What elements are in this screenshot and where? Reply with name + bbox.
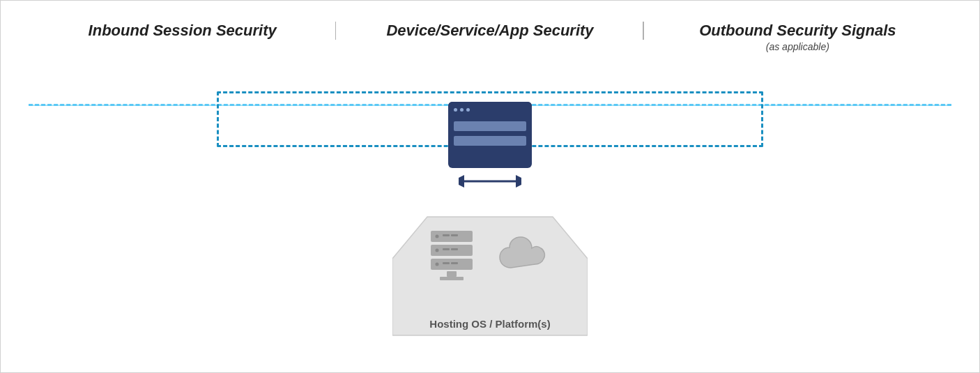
svg-rect-12 <box>443 262 450 264</box>
svg-rect-5 <box>451 234 458 236</box>
window-dot-2 <box>460 108 464 112</box>
outbound-title: Outbound Security Signals <box>658 22 937 40</box>
svg-rect-15 <box>440 277 464 280</box>
svg-point-11 <box>436 263 439 266</box>
window-dot-3 <box>466 108 470 112</box>
header-col-outbound: Outbound Security Signals (as applicable… <box>644 22 951 52</box>
window-dot-1 <box>454 108 457 112</box>
double-arrow-icon <box>459 174 521 189</box>
server-icon <box>427 231 480 296</box>
main-container: Inbound Session Security Device/Service/… <box>0 0 980 373</box>
window-bar-2 <box>454 136 526 146</box>
svg-rect-14 <box>447 271 457 277</box>
app-window-icon <box>448 102 532 168</box>
svg-rect-4 <box>443 234 450 236</box>
svg-rect-9 <box>451 248 458 250</box>
inbound-title: Inbound Session Security <box>43 22 322 40</box>
double-arrow-container <box>459 174 521 189</box>
svg-point-3 <box>436 235 439 238</box>
cloud-icon <box>497 234 553 279</box>
svg-point-7 <box>436 249 439 252</box>
header-col-device: Device/Service/App Security <box>336 22 643 40</box>
header-col-inbound: Inbound Session Security <box>29 22 336 40</box>
window-titlebar <box>448 102 532 117</box>
svg-rect-13 <box>451 262 458 264</box>
hosting-label: Hosting OS / Platform(s) <box>429 318 550 330</box>
window-body <box>448 117 532 150</box>
window-frame <box>448 102 532 168</box>
svg-rect-8 <box>443 248 450 250</box>
header-row: Inbound Session Security Device/Service/… <box>29 22 951 52</box>
outbound-subtitle: (as applicable) <box>658 41 937 52</box>
window-bar-1 <box>454 121 526 131</box>
device-title: Device/Service/App Security <box>350 22 629 40</box>
